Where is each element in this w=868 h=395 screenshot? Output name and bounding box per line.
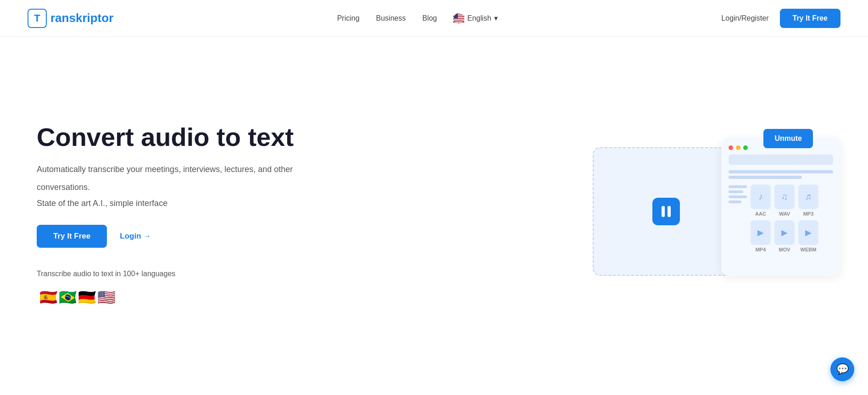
- flag-english: 🇺🇸: [95, 285, 118, 309]
- side-text-lines: [729, 185, 747, 203]
- text-lines: [729, 170, 833, 179]
- format-mov: ▶ MOV: [774, 220, 795, 252]
- pause-bar-left: [662, 206, 665, 217]
- header: T ranskriptor Pricing Business Blog: [0, 0, 868, 37]
- text-line-2: [729, 176, 802, 179]
- dot-red: [729, 145, 733, 150]
- nav-blog[interactable]: Blog: [422, 14, 437, 22]
- mp4-icon: ▶: [751, 220, 771, 245]
- pause-icon: [662, 206, 671, 217]
- flags-row: 🇪🇸 🇧🇷 🇩🇪 🇺🇸: [37, 285, 294, 309]
- logo-text: ranskriptor: [50, 11, 113, 25]
- demo-card: [593, 147, 740, 276]
- webm-icon: ▶: [798, 220, 818, 245]
- hero-actions: Try It Free Login →: [37, 225, 294, 248]
- hero-title: Convert audio to text: [37, 122, 294, 152]
- format-mp3: ♬ MP3: [798, 184, 818, 217]
- header-right: Login/Register Try It Free: [721, 9, 840, 28]
- nav-pricing[interactable]: Pricing: [337, 14, 360, 22]
- formats-grid: ♪ AAC ♫ WAV ♬: [751, 184, 818, 252]
- hero-left: Convert audio to text Automatically tran…: [37, 122, 294, 309]
- formats-area: ♪ AAC ♫ WAV ♬: [729, 184, 833, 252]
- search-bar: [729, 155, 833, 165]
- lang-label: Transcribe audio to text in 100+ languag…: [37, 270, 294, 278]
- try-it-free-header-button[interactable]: Try It Free: [780, 9, 840, 28]
- format-wav: ♫ WAV: [774, 184, 795, 217]
- chevron-down-icon: ▾: [494, 14, 498, 22]
- pause-button[interactable]: [652, 198, 680, 225]
- flag-us-icon: [453, 13, 464, 24]
- pause-bar-right: [668, 206, 671, 217]
- hero-section: Convert audio to text Automatically tran…: [0, 37, 868, 395]
- formats-card: ♪ AAC ♫ WAV ♬: [721, 138, 840, 276]
- mp3-icon: ♬: [798, 184, 818, 209]
- format-webm: ▶ WEBM: [798, 220, 818, 252]
- aac-icon: ♪: [751, 184, 771, 209]
- format-mp4: ▶ MP4: [751, 220, 771, 252]
- hero-subtitle-3: State of the art A.I., simple interface: [37, 199, 294, 208]
- logo-icon: T: [28, 9, 47, 28]
- chat-button[interactable]: 💬: [830, 357, 854, 381]
- try-it-free-hero-button[interactable]: Try It Free: [37, 225, 107, 248]
- login-register-link[interactable]: Login/Register: [721, 14, 768, 22]
- hero-login-link[interactable]: Login →: [120, 232, 151, 241]
- format-aac: ♪ AAC: [751, 184, 771, 217]
- nav-business[interactable]: Business: [376, 14, 406, 22]
- hero-subtitle-1: Automatically transcribe your meetings, …: [37, 163, 294, 176]
- logo[interactable]: T ranskriptor: [28, 9, 113, 28]
- mov-icon: ▶: [774, 220, 795, 245]
- hero-subtitle-2: conversations.: [37, 181, 294, 194]
- language-selector[interactable]: English ▾: [453, 13, 497, 24]
- language-label: English: [467, 14, 491, 22]
- chat-icon: 💬: [836, 363, 849, 375]
- unmute-button[interactable]: Unmute: [763, 129, 813, 148]
- main-nav: Pricing Business Blog: [337, 13, 498, 24]
- svg-rect-12: [453, 19, 464, 20]
- hero-right: Unmute: [584, 120, 840, 312]
- text-line-1: [729, 170, 833, 173]
- dot-green: [743, 145, 748, 150]
- dot-yellow: [736, 145, 740, 150]
- wav-icon: ♫: [774, 184, 795, 209]
